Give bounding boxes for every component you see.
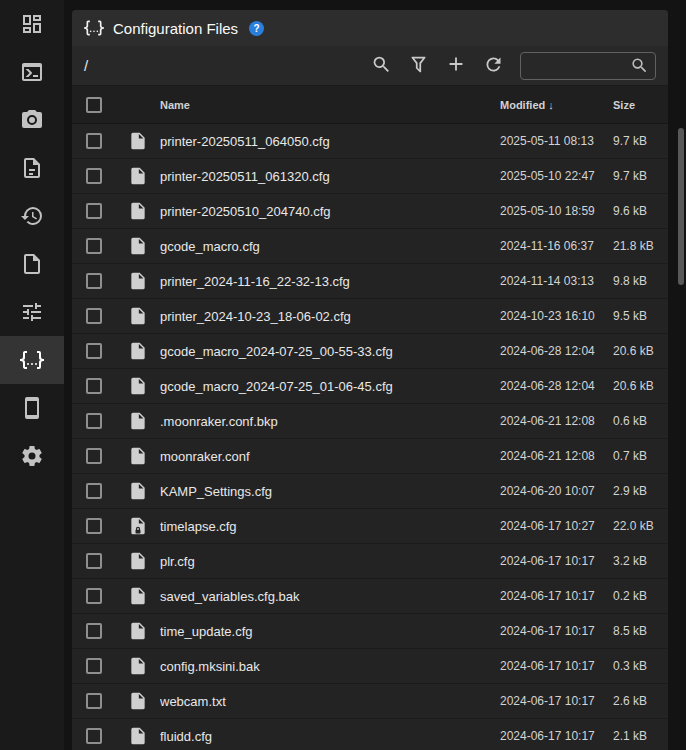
file-name: printer-20250511_064050.cfg [160, 134, 500, 149]
file-icon [128, 621, 148, 641]
table-row[interactable]: printer-20250511_061320.cfg2025-05-10 22… [72, 159, 668, 194]
table-row[interactable]: .moonraker.conf.bkp2024-06-21 12:080.6 k… [72, 404, 668, 439]
file-size: 0.3 kB [613, 659, 668, 673]
file-name: printer-20250511_061320.cfg [160, 169, 500, 184]
sidebar-item-console[interactable] [0, 48, 64, 96]
device-icon [20, 396, 44, 420]
row-checkbox[interactable] [86, 693, 102, 709]
file-size: 9.6 kB [613, 204, 668, 218]
sidebar-item-system[interactable] [0, 384, 64, 432]
file-icon [128, 446, 148, 466]
column-header-modified[interactable]: Modified↓ [500, 99, 613, 111]
sidebar-item-dashboard[interactable] [0, 0, 64, 48]
file-modified: 2024-10-23 16:10 [500, 309, 613, 323]
file-size: 9.8 kB [613, 274, 668, 288]
current-path: / [84, 57, 88, 74]
table-row[interactable]: config.mksini.bak2024-06-17 10:170.3 kB [72, 649, 668, 684]
table-row[interactable]: plr.cfg2024-06-17 10:173.2 kB [72, 544, 668, 579]
table-row[interactable]: time_update.cfg2024-06-17 10:178.5 kB [72, 614, 668, 649]
table-row[interactable]: printer_2024-11-16_22-32-13.cfg2024-11-1… [72, 264, 668, 299]
file-size: 20.6 kB [613, 379, 668, 393]
history-icon [20, 204, 44, 228]
row-checkbox[interactable] [86, 273, 102, 289]
select-all-checkbox[interactable] [86, 97, 102, 113]
table-row[interactable]: printer-20250511_064050.cfg2025-05-11 08… [72, 124, 668, 159]
file-icon [128, 341, 148, 361]
table-row[interactable]: gcode_macro_2024-07-25_00-55-33.cfg2024-… [72, 334, 668, 369]
row-checkbox[interactable] [86, 483, 102, 499]
file-name: plr.cfg [160, 554, 500, 569]
row-checkbox[interactable] [86, 378, 102, 394]
page-title: Configuration Files [113, 20, 238, 37]
file-size: 3.2 kB [613, 554, 668, 568]
table-header-row: Name Modified↓ Size [72, 86, 668, 124]
row-checkbox[interactable] [86, 133, 102, 149]
row-checkbox[interactable] [86, 203, 102, 219]
file-icon [128, 726, 148, 746]
file-icon [128, 656, 148, 676]
row-checkbox[interactable] [86, 343, 102, 359]
file-modified: 2024-06-28 12:04 [500, 344, 613, 358]
config-files-card: Configuration Files ? / [72, 10, 668, 750]
search-input[interactable] [529, 58, 630, 73]
row-checkbox[interactable] [86, 168, 102, 184]
row-checkbox[interactable] [86, 308, 102, 324]
table-row[interactable]: gcode_macro_2024-07-25_01-06-45.cfg2024-… [72, 369, 668, 404]
file-modified: 2024-06-21 12:08 [500, 449, 613, 463]
column-header-name[interactable]: Name [160, 99, 500, 111]
file-modified: 2024-06-17 10:17 [500, 659, 613, 673]
row-checkbox[interactable] [86, 728, 102, 744]
file-modified: 2024-06-17 10:27 [500, 519, 613, 533]
file-size: 2.9 kB [613, 484, 668, 498]
camera-icon [20, 108, 44, 132]
sidebar-item-tune[interactable] [0, 288, 64, 336]
app-root: Configuration Files ? / [0, 0, 686, 750]
table-row[interactable]: fluidd.cfg2024-06-17 10:172.1 kB [72, 719, 668, 750]
row-checkbox[interactable] [86, 623, 102, 639]
file-icon [128, 271, 148, 291]
table-row[interactable]: KAMP_Settings.cfg2024-06-20 10:072.9 kB [72, 474, 668, 509]
refresh-button[interactable] [479, 50, 508, 82]
file-icon [128, 236, 148, 256]
sort-desc-icon: ↓ [548, 99, 554, 111]
add-file-button[interactable] [441, 49, 471, 82]
row-checkbox[interactable] [86, 553, 102, 569]
table-row[interactable]: printer-20250510_204740.cfg2025-05-10 18… [72, 194, 668, 229]
toolbar-actions [359, 49, 508, 82]
search-toggle-button[interactable] [367, 50, 396, 82]
table-row[interactable]: timelapse.cfg2024-06-17 10:2722.0 kB [72, 509, 668, 544]
scrollbar-thumb[interactable] [678, 128, 684, 285]
column-header-size[interactable]: Size [613, 99, 668, 111]
sidebar-item-jobs[interactable] [0, 240, 64, 288]
row-checkbox[interactable] [86, 448, 102, 464]
table-row[interactable]: moonraker.conf2024-06-21 12:080.7 kB [72, 439, 668, 474]
file-modified: 2024-06-28 12:04 [500, 379, 613, 393]
sidebar [0, 0, 64, 750]
main-content: Configuration Files ? / [64, 0, 686, 750]
search-box [520, 52, 656, 80]
search-icon [371, 54, 392, 78]
help-icon[interactable]: ? [249, 21, 264, 36]
file-modified: 2024-11-14 03:13 [500, 274, 613, 288]
sidebar-item-gcode-files[interactable] [0, 144, 64, 192]
table-row[interactable]: gcode_macro.cfg2024-11-16 06:3721.8 kB [72, 229, 668, 264]
table-row[interactable]: webcam.txt2024-06-17 10:172.6 kB [72, 684, 668, 719]
console-icon [20, 60, 44, 84]
file-size: 2.1 kB [613, 729, 668, 743]
row-checkbox[interactable] [86, 238, 102, 254]
file-name: webcam.txt [160, 694, 500, 709]
table-row[interactable]: saved_variables.cfg.bak2024-06-17 10:170… [72, 579, 668, 614]
file-name: time_update.cfg [160, 624, 500, 639]
table-row[interactable]: printer_2024-10-23_18-06-02.cfg2024-10-2… [72, 299, 668, 334]
sidebar-item-settings[interactable] [0, 432, 64, 480]
filter-button[interactable] [404, 50, 433, 82]
row-checkbox[interactable] [86, 518, 102, 534]
row-checkbox[interactable] [86, 588, 102, 604]
sidebar-item-configuration[interactable] [0, 336, 64, 384]
row-checkbox[interactable] [86, 658, 102, 674]
sidebar-item-history[interactable] [0, 192, 64, 240]
code-braces-icon [84, 18, 104, 38]
sidebar-item-camera[interactable] [0, 96, 64, 144]
row-checkbox[interactable] [86, 413, 102, 429]
file-size: 20.6 kB [613, 344, 668, 358]
